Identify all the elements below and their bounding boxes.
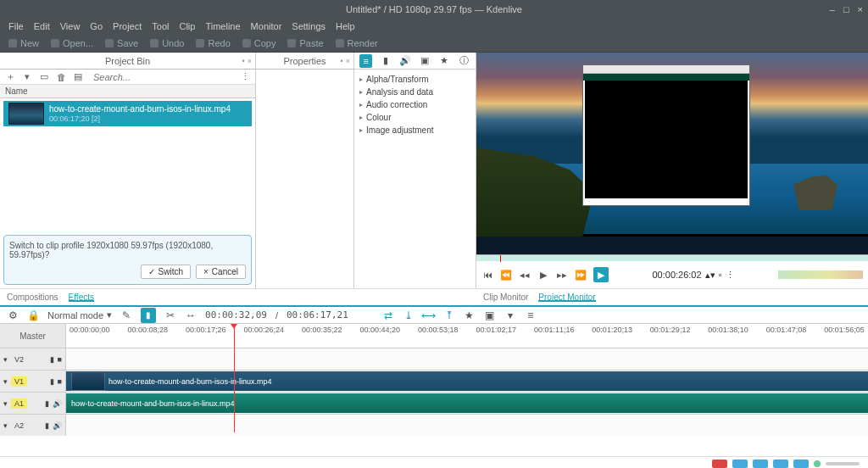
menu-monitor[interactable]: Monitor bbox=[251, 21, 282, 31]
extract-icon[interactable]: ⤒ bbox=[443, 309, 455, 321]
tab-compositions[interactable]: Compositions bbox=[7, 292, 58, 302]
chevron-down-icon[interactable]: ▾ bbox=[504, 309, 516, 321]
menu-help[interactable]: Help bbox=[336, 21, 355, 31]
video-icon[interactable]: ■ bbox=[58, 355, 62, 364]
tab-project-monitor[interactable]: Project Monitor bbox=[538, 292, 595, 302]
status-red[interactable] bbox=[712, 460, 727, 468]
bin-clip-item[interactable]: how-to-create-mount-and-burn-isos-in-lin… bbox=[3, 101, 252, 126]
lock-icon[interactable]: 🔒 bbox=[27, 309, 39, 321]
tb-new[interactable]: New bbox=[8, 38, 39, 48]
panel-float-icon[interactable]: • bbox=[341, 57, 343, 65]
timeline-position[interactable]: 00:00:32,09 bbox=[205, 309, 267, 320]
folder-icon[interactable]: ▭ bbox=[39, 72, 49, 82]
mute-icon[interactable]: ▮ bbox=[50, 355, 54, 364]
menu-clip[interactable]: Clip bbox=[179, 21, 195, 31]
collapse-icon[interactable]: ▾ bbox=[3, 399, 8, 408]
switch-button[interactable]: ✓Switch bbox=[141, 265, 191, 279]
status-blue[interactable] bbox=[773, 460, 788, 468]
video-icon[interactable]: ▮ bbox=[379, 54, 392, 68]
collapse-icon[interactable]: ▾ bbox=[3, 421, 8, 430]
options-icon[interactable]: ⋮ bbox=[240, 72, 250, 82]
audio-clip[interactable]: how-to-create-mount-and-burn-isos-in-lin… bbox=[66, 393, 868, 413]
spacer-tool-icon[interactable]: ↔ bbox=[185, 309, 197, 321]
menu-go[interactable]: Go bbox=[90, 21, 103, 31]
effect-category[interactable]: ▸Alpha/Transform bbox=[359, 73, 470, 86]
chevron-down-icon[interactable]: ▾ bbox=[22, 72, 32, 82]
effect-category[interactable]: ▸Image adjustment bbox=[359, 124, 470, 136]
menu-view[interactable]: View bbox=[60, 21, 81, 31]
rewind-icon[interactable]: ⏮ bbox=[481, 269, 493, 281]
razor-tool-icon[interactable]: ✂ bbox=[164, 309, 176, 321]
menu-file[interactable]: File bbox=[8, 21, 24, 31]
overlay-icon[interactable]: ▫ bbox=[719, 270, 722, 280]
prev-frame-icon[interactable]: ◂◂ bbox=[519, 269, 531, 281]
gear-icon[interactable]: ⚙ bbox=[7, 309, 19, 321]
preview-render-icon[interactable]: ▣ bbox=[484, 309, 496, 321]
edit-mode[interactable]: Normal mode▾ bbox=[47, 309, 112, 320]
minimize-icon[interactable]: – bbox=[830, 4, 835, 14]
status-dot[interactable] bbox=[814, 460, 821, 467]
audio-icon[interactable]: 🔊 bbox=[53, 421, 62, 430]
effect-category[interactable]: ▸Colour bbox=[359, 111, 470, 124]
status-blue[interactable] bbox=[732, 460, 748, 468]
tb-save[interactable]: Save bbox=[105, 38, 138, 48]
menu-tool[interactable]: Tool bbox=[152, 21, 169, 31]
info-icon[interactable]: ⓘ bbox=[458, 54, 470, 68]
mute-icon[interactable]: ▮ bbox=[50, 377, 54, 386]
tb-render[interactable]: Render bbox=[336, 38, 378, 48]
mute-icon[interactable]: ▮ bbox=[45, 399, 49, 408]
next-frame-icon[interactable]: ▸▸ bbox=[556, 269, 568, 281]
forward-icon[interactable]: ▶ bbox=[593, 267, 609, 282]
video-clip[interactable]: how-to-create-mount-and-burn-isos-in-lin… bbox=[66, 371, 868, 391]
monitor-more-icon[interactable]: ⋮ bbox=[726, 270, 735, 281]
tb-undo[interactable]: Undo bbox=[150, 38, 184, 48]
play-icon[interactable]: ▶ bbox=[537, 269, 549, 281]
overwrite-icon[interactable]: ⟷ bbox=[423, 309, 435, 321]
mix-icon[interactable]: ⇄ bbox=[382, 309, 394, 321]
tb-copy[interactable]: Copy bbox=[242, 38, 276, 48]
search-input[interactable] bbox=[90, 70, 233, 83]
panel-close-icon[interactable]: × bbox=[248, 57, 252, 65]
monitor-playhead[interactable] bbox=[500, 255, 501, 262]
tb-redo[interactable]: Redo bbox=[196, 38, 230, 48]
monitor-view[interactable] bbox=[476, 53, 868, 254]
monitor-timecode[interactable]: 00:00:26:02 bbox=[652, 270, 701, 280]
audio-icon[interactable]: 🔊 bbox=[398, 54, 411, 68]
cancel-button[interactable]: ×Cancel bbox=[196, 265, 246, 279]
timeline-playhead[interactable] bbox=[234, 324, 235, 432]
status-blue[interactable] bbox=[753, 460, 768, 468]
delete-icon[interactable]: 🗑 bbox=[56, 72, 66, 82]
collapse-icon[interactable]: ▾ bbox=[3, 377, 8, 386]
effect-category[interactable]: ▸Audio correction bbox=[359, 98, 470, 111]
maximize-icon[interactable]: □ bbox=[843, 4, 849, 14]
menu-settings[interactable]: Settings bbox=[292, 21, 326, 31]
close-icon[interactable]: × bbox=[858, 4, 863, 14]
favorite-icon[interactable]: ★ bbox=[464, 309, 476, 321]
video-icon[interactable]: ■ bbox=[58, 377, 62, 386]
audio-icon[interactable]: 🔊 bbox=[53, 399, 62, 408]
tab-clip-monitor[interactable]: Clip Monitor bbox=[483, 292, 528, 302]
stepper-icon[interactable]: ▴▾ bbox=[705, 270, 715, 281]
tb-open[interactable]: Open... bbox=[51, 38, 93, 48]
selection-tool[interactable]: ▮ bbox=[141, 308, 156, 323]
status-blue[interactable] bbox=[793, 460, 809, 468]
zoom-slider[interactable] bbox=[826, 462, 860, 465]
collapse-icon[interactable]: ▾ bbox=[3, 355, 8, 364]
mute-icon[interactable]: ▮ bbox=[45, 421, 49, 430]
pen-icon[interactable]: ✎ bbox=[120, 309, 132, 321]
panel-float-icon[interactable]: • bbox=[242, 57, 245, 65]
bin-column-name[interactable]: Name bbox=[0, 85, 255, 98]
menu-project[interactable]: Project bbox=[113, 21, 142, 31]
timeline-ruler[interactable]: 00:00:00;00 00:00:08;28 00:00:17;26 00:0… bbox=[66, 324, 868, 348]
tab-effects[interactable]: Effects bbox=[69, 292, 94, 302]
panel-close-icon[interactable]: × bbox=[346, 57, 350, 65]
effects-main-icon[interactable]: ≡ bbox=[359, 54, 372, 68]
add-clip-icon[interactable]: ＋ bbox=[5, 72, 15, 82]
step-fwd-icon[interactable]: ⏩ bbox=[575, 269, 587, 281]
monitor-ruler[interactable] bbox=[476, 254, 868, 261]
custom-icon[interactable]: ▣ bbox=[419, 54, 431, 68]
tag-icon[interactable]: ▤ bbox=[73, 72, 83, 82]
step-back-icon[interactable]: ⏪ bbox=[500, 269, 512, 281]
view-options-icon[interactable]: ≡ bbox=[525, 309, 537, 321]
favorite-icon[interactable]: ★ bbox=[438, 54, 451, 68]
